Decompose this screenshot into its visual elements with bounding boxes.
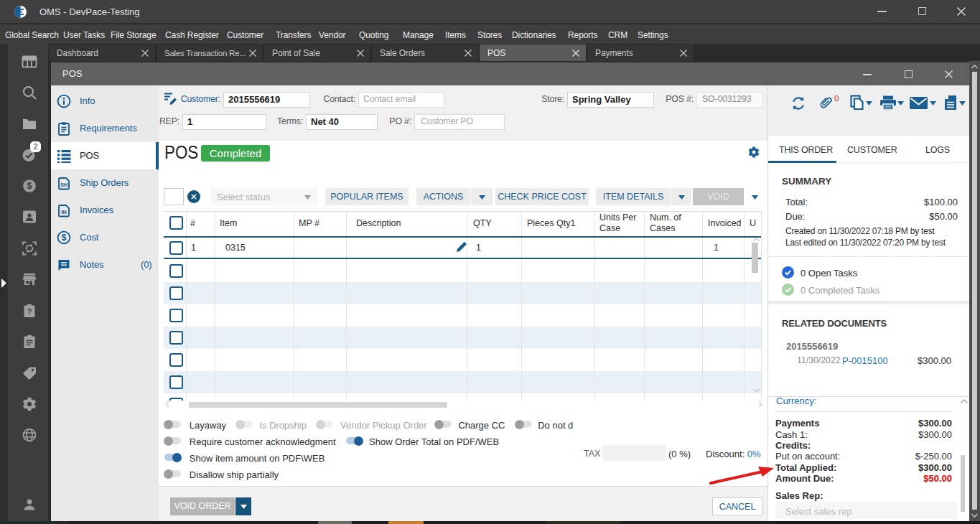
svg-text:$: $ <box>62 233 67 243</box>
svg-text:SH: SH <box>60 182 67 188</box>
svg-text:$: $ <box>27 181 32 191</box>
svg-text:IN: IN <box>61 209 66 215</box>
svg-text:?: ? <box>27 307 32 316</box>
